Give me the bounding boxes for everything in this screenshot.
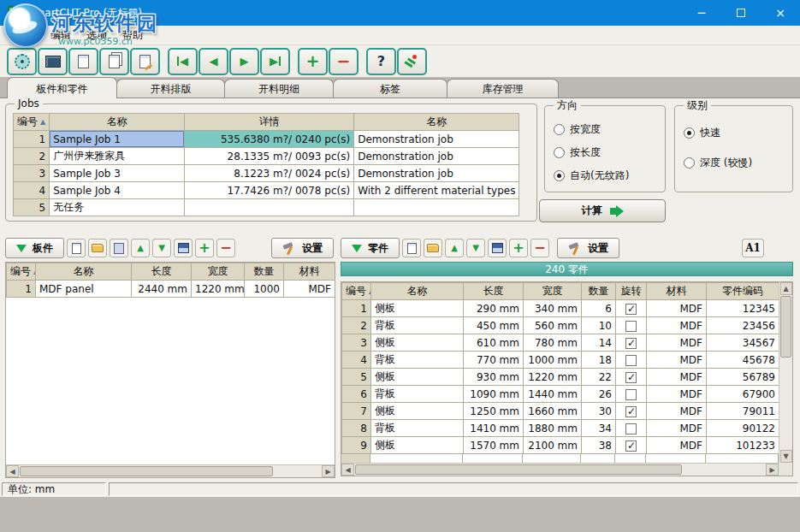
radio-option[interactable]: 按长度	[545, 141, 665, 164]
job-name-cell[interactable]: Sample Job 1	[50, 131, 185, 148]
part-material-cell[interactable]: MDF	[647, 317, 707, 334]
part-material-cell[interactable]: MDF	[647, 403, 707, 420]
part-code-cell[interactable]: 101233	[707, 437, 779, 454]
scrollbar-thumb[interactable]	[780, 296, 791, 358]
table-row[interactable]: 2 背板 450 mm 560 mm 10 MDF 23456	[342, 317, 779, 334]
panel-qty-cell[interactable]: 1000	[245, 281, 284, 298]
table-row[interactable]: 5 侧板 930 mm 1220 mm 22 MDF 56789	[342, 369, 779, 386]
parts-col-id[interactable]: 编号▲	[342, 283, 371, 300]
tab-cutting-details[interactable]: 开料明细	[224, 79, 334, 98]
part-length-cell[interactable]: 1250 mm	[464, 403, 524, 420]
part-qty-cell[interactable]: 38	[582, 437, 616, 454]
job-name-cell[interactable]: Sample Job 3	[50, 165, 185, 182]
part-width-cell[interactable]: 1220 mm	[524, 369, 582, 386]
part-add-button[interactable]: +	[509, 239, 528, 257]
parts-col-qty[interactable]: 数量	[582, 283, 616, 300]
radio-option[interactable]: 快速	[675, 118, 792, 148]
parts-col-width[interactable]: 宽度	[524, 283, 582, 300]
panel-paste-button[interactable]	[110, 239, 128, 257]
calculate-button[interactable]: 计算	[539, 199, 666, 222]
close-button[interactable]: ×	[761, 0, 800, 26]
rotate-checkbox[interactable]	[625, 321, 637, 332]
rotate-checkbox[interactable]	[625, 355, 637, 366]
menu-edit[interactable]: 编辑	[43, 27, 79, 44]
part-code-cell[interactable]: 90122	[707, 420, 779, 437]
panel-remove-button[interactable]: −	[216, 239, 235, 257]
job-detail-cell[interactable]	[185, 199, 354, 216]
part-new-button[interactable]	[402, 239, 421, 257]
part-material-cell[interactable]: MDF	[647, 437, 707, 454]
part-export-button[interactable]: ▼	[466, 239, 485, 257]
menu-options[interactable]: 选项	[79, 27, 115, 44]
saw-blade-button[interactable]	[7, 48, 37, 75]
panels-col-name[interactable]: 名称	[36, 263, 132, 281]
panels-button[interactable]: 板件	[5, 238, 64, 258]
help-button[interactable]: ?	[366, 48, 396, 75]
tab-panels-and-parts[interactable]: 板件和零件	[7, 77, 117, 98]
scroll-right-arrow[interactable]: ▶	[322, 465, 335, 477]
part-qty-cell[interactable]: 6	[582, 300, 616, 317]
part-id-cell[interactable]: 9	[342, 437, 371, 454]
job-id-cell[interactable]: 2	[14, 148, 50, 165]
parts-button[interactable]: 零件	[341, 238, 400, 258]
add-button[interactable]: +	[298, 48, 328, 75]
parts-col-name[interactable]: 名称	[371, 283, 464, 300]
part-width-cell[interactable]: 560 mm	[524, 317, 582, 334]
part-width-cell[interactable]: 1880 mm	[524, 420, 582, 437]
job-desc-cell[interactable]: Demonstration job	[354, 148, 519, 165]
table-row[interactable]: 1 Sample Job 1 535.6380 m?/ 0240 pc(s) D…	[14, 131, 519, 148]
panels-col-length[interactable]: 长度	[132, 263, 192, 281]
part-qty-cell[interactable]: 34	[582, 420, 616, 437]
job-name-cell[interactable]: Sample Job 4	[50, 182, 185, 199]
part-width-cell[interactable]: 780 mm	[524, 334, 582, 352]
jobs-col-id[interactable]: 编号▲	[14, 114, 50, 131]
panel-width-cell[interactable]: 1220 mm	[192, 281, 245, 298]
tab-inventory[interactable]: 库存管理	[447, 79, 559, 98]
part-code-cell[interactable]: 67900	[707, 386, 779, 403]
job-desc-cell[interactable]: Demonstration job	[354, 165, 519, 182]
part-id-cell[interactable]: 2	[342, 317, 371, 334]
part-id-cell[interactable]: 5	[342, 369, 371, 386]
part-name-cell[interactable]: 侧板	[371, 334, 464, 352]
part-name-cell[interactable]: 侧板	[371, 403, 464, 420]
rotate-checkbox[interactable]	[625, 440, 637, 452]
panels-col-width[interactable]: 宽度	[192, 263, 245, 281]
font-button[interactable]: A1	[742, 239, 764, 257]
table-row[interactable]: 8 背板 1410 mm 1880 mm 34 MDF 90122	[342, 420, 779, 437]
rotate-checkbox[interactable]	[625, 423, 637, 434]
job-desc-cell[interactable]: With 2 different material types	[354, 182, 519, 199]
part-id-cell[interactable]: 7	[342, 403, 371, 420]
parts-col-rotate[interactable]: 旋转	[616, 283, 647, 300]
part-code-cell[interactable]: 23456	[707, 317, 779, 334]
part-width-cell[interactable]: 1000 mm	[524, 352, 582, 369]
part-length-cell[interactable]: 1570 mm	[464, 437, 524, 454]
part-code-cell[interactable]: 79011	[707, 403, 779, 420]
scrollbar-thumb[interactable]	[20, 466, 273, 476]
table-row[interactable]: 1 侧板 290 mm 340 mm 6 MDF 12345	[342, 300, 779, 317]
panel-new-button[interactable]	[67, 239, 86, 257]
part-length-cell[interactable]: 450 mm	[464, 317, 524, 334]
panel-export-button[interactable]: ▼	[152, 239, 171, 257]
part-qty-cell[interactable]: 14	[582, 334, 616, 352]
part-open-button[interactable]	[424, 239, 442, 257]
part-length-cell[interactable]: 610 mm	[464, 334, 524, 352]
vertical-scrollbar[interactable]: ▲ ▼	[779, 282, 792, 463]
horizontal-scrollbar[interactable]: ◀ ▶	[341, 463, 779, 476]
last-record-button[interactable]: ▶	[260, 48, 290, 75]
job-detail-cell[interactable]: 535.6380 m?/ 0240 pc(s)	[185, 131, 354, 148]
panel-name-cell[interactable]: MDF panel	[36, 281, 132, 298]
job-name-cell[interactable]: 无任务	[50, 199, 185, 216]
part-length-cell[interactable]: 930 mm	[464, 369, 524, 386]
part-name-cell[interactable]: 侧板	[371, 369, 464, 386]
table-row[interactable]: 3 侧板 610 mm 780 mm 14 MDF 34567	[342, 334, 779, 352]
table-row[interactable]: 3 Sample Job 3 8.1223 m?/ 0024 pc(s) Dem…	[14, 165, 519, 182]
radio-option[interactable]: 自动(无纹路)	[545, 164, 665, 187]
scrollbar-thumb[interactable]	[355, 464, 682, 475]
panel-import-button[interactable]: ▲	[131, 239, 150, 257]
scroll-left-arrow[interactable]: ◀	[341, 464, 354, 476]
rotate-checkbox[interactable]	[625, 372, 637, 383]
jobs-col-name[interactable]: 名称	[50, 114, 185, 131]
first-record-button[interactable]: ◀	[168, 48, 198, 75]
part-name-cell[interactable]: 背板	[371, 386, 464, 403]
rotate-checkbox[interactable]	[625, 389, 637, 400]
